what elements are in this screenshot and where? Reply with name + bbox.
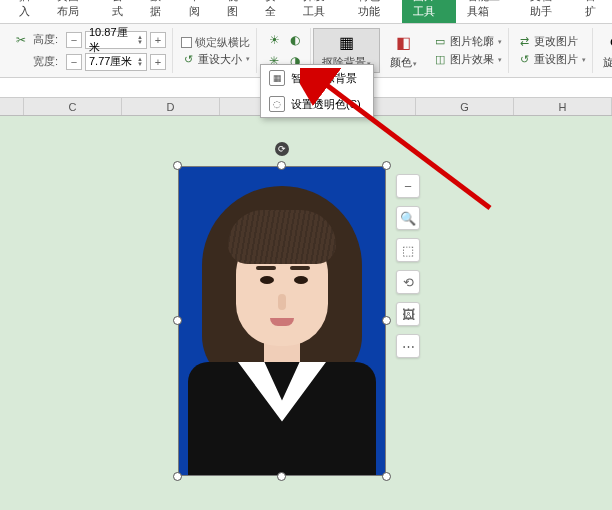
select-all-corner[interactable] <box>0 98 24 115</box>
picture-effect-link[interactable]: ◫图片效果▾ <box>433 52 502 67</box>
tab-bar: 插入 页面布局 公式 数据 审阅 视图 安全 开发工具 特色功能 图片工具 智能… <box>0 0 612 24</box>
height-input[interactable]: 10.87厘米▲▼ <box>85 31 147 49</box>
brightness-up-icon[interactable]: ☀ <box>265 31 283 49</box>
tab-layout[interactable]: 页面布局 <box>46 0 101 23</box>
height-minus[interactable]: − <box>66 32 82 48</box>
crop-button[interactable]: ⬚ <box>396 238 420 262</box>
resize-handle-b[interactable] <box>277 472 286 481</box>
height-label: 高度: <box>33 32 63 47</box>
color-icon: ◧ <box>393 31 415 53</box>
col-g[interactable]: G <box>416 98 514 115</box>
picture-change-group: ⇄更改图片 ↺重设图片▾ <box>511 28 593 73</box>
rotate-icon: ⟳ <box>606 31 613 53</box>
remove-bg-icon: ▦ <box>336 31 358 53</box>
reset-icon: ↺ <box>181 52 195 66</box>
height-plus[interactable]: + <box>150 32 166 48</box>
resize-handle-t[interactable] <box>277 161 286 170</box>
width-input[interactable]: 7.77厘米▲▼ <box>85 53 147 71</box>
col-d[interactable]: D <box>122 98 220 115</box>
tab-smart-toolbox[interactable]: 智能工具箱 <box>456 0 519 23</box>
outline-icon: ▭ <box>433 35 447 49</box>
change-picture-link[interactable]: ⇄更改图片 <box>517 34 586 49</box>
change-icon: ⇄ <box>517 35 531 49</box>
worksheet: C D E F G H ⟳ − 🔍 ⬚ ⟲ <box>0 98 612 510</box>
tab-formula[interactable]: 公式 <box>101 0 139 23</box>
tab-review[interactable]: 审阅 <box>178 0 216 23</box>
width-label: 宽度: <box>33 54 63 69</box>
more-button[interactable]: ⋯ <box>396 334 420 358</box>
resize-handle-tl[interactable] <box>173 161 182 170</box>
replace-button[interactable]: 🖼 <box>396 302 420 326</box>
picture-outline-link[interactable]: ▭图片轮廓▾ <box>433 34 502 49</box>
resize-handle-tr[interactable] <box>382 161 391 170</box>
size-group: ✂ 高度: − 10.87厘米▲▼ + 宽度: − 7.77厘米▲▼ + <box>6 28 173 73</box>
color-button[interactable]: ◧ 颜色▾ <box>382 28 425 73</box>
selected-image[interactable]: ⟳ <box>178 166 386 476</box>
reset-picture-link[interactable]: ↺重设图片▾ <box>517 52 586 67</box>
tab-data[interactable]: 数据 <box>139 0 177 23</box>
tab-dev[interactable]: 开发工具 <box>292 0 347 23</box>
collapse-button[interactable]: − <box>396 174 420 198</box>
contrast-up-icon[interactable]: ◐ <box>286 31 304 49</box>
rotate-button[interactable]: ⟳ 旋转▾ <box>595 28 612 73</box>
zoom-button[interactable]: 🔍 <box>396 206 420 230</box>
col-c[interactable]: C <box>24 98 122 115</box>
grid-area[interactable]: ⟳ − 🔍 ⬚ ⟲ 🖼 ⋯ <box>0 116 612 510</box>
smart-remove-icon: ▦ <box>269 70 285 86</box>
width-minus[interactable]: − <box>66 54 82 70</box>
set-transparent-color-item[interactable]: ◌ 设置透明色(S) <box>261 91 373 117</box>
resize-handle-r[interactable] <box>382 316 391 325</box>
reset-size-link[interactable]: ↺重设大小▾ <box>181 52 250 67</box>
tab-insert[interactable]: 插入 <box>8 0 46 23</box>
effect-icon: ◫ <box>433 53 447 67</box>
tab-view[interactable]: 视图 <box>216 0 254 23</box>
picture-style-group: ▭图片轮廓▾ ◫图片效果▾ <box>427 28 509 73</box>
resize-handle-bl[interactable] <box>173 472 182 481</box>
resize-handle-l[interactable] <box>173 316 182 325</box>
smart-remove-bg-item[interactable]: ▦ 智能抠除背景 <box>261 65 373 91</box>
tab-features[interactable]: 特色功能 <box>347 0 402 23</box>
tab-security[interactable]: 安全 <box>254 0 292 23</box>
tab-picture-tools[interactable]: 图片工具 <box>402 0 457 23</box>
width-plus[interactable]: + <box>150 54 166 70</box>
remove-bg-dropdown: ▦ 智能抠除背景 ◌ 设置透明色(S) <box>260 64 374 118</box>
crop-icon: ✂ <box>12 31 30 49</box>
resetimg-icon: ↺ <box>517 53 531 67</box>
rotate-right-button[interactable]: ⟲ <box>396 270 420 294</box>
transparent-icon: ◌ <box>269 96 285 112</box>
tab-extra[interactable]: 百扩 <box>574 0 612 23</box>
resize-handle-br[interactable] <box>382 472 391 481</box>
col-h[interactable]: H <box>514 98 612 115</box>
rotate-handle[interactable]: ⟳ <box>275 142 289 156</box>
selection-border <box>178 166 386 476</box>
tab-doc-assistant[interactable]: 文档助手 <box>519 0 574 23</box>
lock-group: 锁定纵横比 ↺重设大小▾ <box>175 28 257 73</box>
lock-aspect-checkbox[interactable]: 锁定纵横比 <box>181 35 250 50</box>
image-toolbar: − 🔍 ⬚ ⟲ 🖼 ⋯ <box>396 174 420 358</box>
